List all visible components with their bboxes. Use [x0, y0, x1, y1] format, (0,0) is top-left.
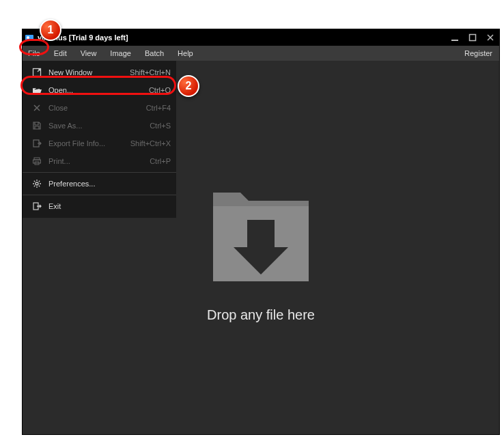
menu-item-shortcut: Ctrl+P: [143, 157, 171, 165]
menu-item-export: Export File Info... Shift+Ctrl+X: [23, 135, 176, 152]
menu-item-shortcut: Ctrl+S: [143, 122, 171, 130]
svg-point-10: [36, 182, 38, 185]
svg-line-16: [39, 186, 40, 186]
new-window-icon: [29, 68, 44, 77]
annotation-badge-1: 1: [40, 19, 61, 41]
dropzone-text: Drop any file here: [207, 307, 315, 323]
menu-item-label: Save As...: [44, 122, 143, 130]
menu-item-label: Close: [44, 104, 139, 112]
maximize-button[interactable]: [464, 29, 481, 46]
save-icon: [29, 121, 44, 130]
export-icon: [29, 139, 44, 148]
svg-rect-2: [451, 40, 458, 41]
menu-item-print: Print... Ctrl+P: [23, 152, 176, 170]
menu-item-shortcut: Ctrl+F4: [139, 104, 171, 112]
menu-batch[interactable]: Batch: [138, 46, 171, 61]
menu-help[interactable]: Help: [171, 46, 200, 61]
annotation-badge-2: 2: [178, 75, 199, 97]
menu-item-label: Open...: [44, 86, 142, 94]
menu-item-label: Print...: [44, 157, 143, 165]
menu-file[interactable]: File: [23, 46, 47, 61]
gear-icon: [29, 179, 44, 188]
svg-line-17: [39, 181, 40, 182]
svg-rect-3: [470, 35, 476, 41]
menubar: File Edit View Image Batch Help Register: [23, 46, 499, 61]
menu-image[interactable]: Image: [103, 46, 138, 61]
svg-point-1: [27, 36, 29, 39]
menu-item-label: New Window: [44, 68, 123, 76]
menu-item-preferences[interactable]: Preferences...: [23, 175, 176, 193]
file-menu-dropdown: New Window Shift+Ctrl+N Open... Ctrl+O C…: [23, 61, 176, 218]
close-window-button[interactable]: [481, 29, 499, 46]
maximize-icon: [468, 33, 477, 42]
menu-item-close: Close Ctrl+F4: [23, 99, 176, 117]
menu-item-label: Preferences...: [44, 180, 164, 188]
window-title: ver Plus [Trial 9 days left]: [36, 33, 446, 42]
exit-icon: [29, 201, 44, 211]
menu-item-open[interactable]: Open... Ctrl+O: [23, 81, 176, 99]
menu-item-exit[interactable]: Exit: [23, 197, 176, 215]
menu-separator: [23, 195, 176, 195]
window-controls: [446, 29, 499, 46]
menu-item-new-window[interactable]: New Window Shift+Ctrl+N: [23, 64, 176, 81]
menu-item-shortcut: Shift+Ctrl+N: [123, 68, 171, 76]
menu-item-shortcut: Shift+Ctrl+X: [124, 139, 171, 147]
minimize-button[interactable]: [446, 29, 464, 46]
folder-open-icon: [29, 85, 44, 95]
menu-item-label: Export File Info...: [44, 139, 124, 147]
svg-line-18: [34, 186, 35, 186]
svg-line-15: [34, 181, 35, 182]
close-window-icon: [486, 33, 494, 42]
menu-separator: [23, 172, 176, 173]
close-icon: [29, 103, 44, 113]
menu-register[interactable]: Register: [458, 46, 499, 61]
app-icon: [23, 33, 36, 42]
menu-item-shortcut: Ctrl+O: [142, 86, 171, 94]
titlebar: ver Plus [Trial 9 days left]: [23, 29, 499, 46]
print-icon: [29, 156, 44, 166]
minimize-icon: [451, 33, 459, 42]
dropzone-icon: [199, 172, 322, 295]
menu-item-save-as: Save As... Ctrl+S: [23, 117, 176, 135]
menu-edit[interactable]: Edit: [47, 46, 74, 61]
menu-item-label: Exit: [44, 202, 164, 210]
menu-view[interactable]: View: [74, 46, 104, 61]
